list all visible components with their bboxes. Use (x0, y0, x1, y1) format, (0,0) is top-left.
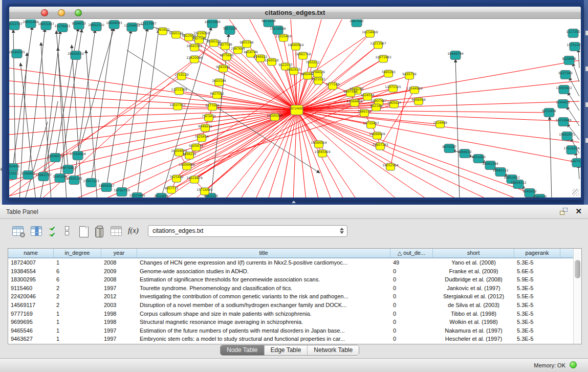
table-cell[interactable]: 9699695 (8, 318, 54, 326)
table-cell[interactable]: 5.9E-5 (514, 275, 560, 284)
table-cell[interactable]: 2008 (101, 258, 137, 267)
column-header-pagerank[interactable]: pagerank (514, 249, 560, 257)
table-cell[interactable]: Estimation of significance thresholds fo… (137, 275, 390, 284)
network-canvas[interactable]: 2055378720691406100552871527602191049132… (9, 19, 581, 198)
column-header-out_de[interactable]: △ out_de... (390, 249, 433, 257)
scrollbar-thumb[interactable] (575, 260, 580, 278)
table-row[interactable]: 1830029562008Estimation of significance … (8, 275, 573, 284)
table-cell[interactable]: 19384554 (8, 267, 54, 276)
table-cell[interactable]: 0 (390, 310, 433, 318)
table-cell[interactable]: 0 (390, 275, 433, 284)
table-cell[interactable]: 0 (390, 335, 433, 343)
table-cell[interactable]: 49 (390, 258, 433, 267)
table-cell[interactable]: 1 (54, 335, 101, 343)
table-cell[interactable]: 5.3E-5 (514, 284, 560, 293)
table-cell[interactable]: 14569117 (8, 301, 54, 310)
table-row[interactable]: 911546021997Tourette syndrome. Phenomeno… (8, 284, 573, 293)
collapse-left-arrow-icon[interactable] (0, 167, 2, 171)
table-cell[interactable]: 5.6E-5 (514, 267, 560, 276)
network-selector[interactable]: citations_edges.txt (148, 225, 347, 237)
table-cell[interactable]: 1997 (101, 335, 137, 343)
table-cell[interactable]: 2 (54, 284, 101, 293)
table-cell[interactable]: Corpus callosum shape and size in male p… (137, 310, 390, 318)
row-options-icon[interactable] (65, 226, 78, 239)
table-cell[interactable]: 5.3E-5 (514, 310, 560, 318)
vertical-scrollbar[interactable] (573, 249, 581, 344)
table-cell[interactable]: Changes of HCN gene expression and I(f) … (137, 258, 390, 267)
float-panel-icon[interactable] (560, 208, 568, 215)
table-cell[interactable]: 0 (390, 301, 433, 310)
table-cell[interactable]: Yano et al. (2008) (433, 258, 514, 267)
table-cell[interactable]: 5.3E-5 (514, 258, 560, 267)
table-cell[interactable]: 5.5E-5 (514, 292, 560, 301)
table-cell[interactable]: 0 (390, 284, 433, 293)
table-cell[interactable]: Nakamura et al. (1997) (433, 326, 514, 335)
column-header-title[interactable]: title (137, 249, 390, 257)
table-cell[interactable]: 9777169 (8, 310, 54, 318)
tab-node-table[interactable]: Node Table (221, 345, 265, 355)
table-cell[interactable]: 2012 (101, 292, 137, 301)
table-cell[interactable]: Franke et al. (2009) (433, 267, 514, 276)
table-cell[interactable]: 1997 (101, 326, 137, 335)
window-titlebar[interactable]: citations_edges.txt (9, 7, 581, 19)
table-row[interactable]: 946554611997Estimation of the future num… (8, 326, 573, 335)
panel-splitter-handle[interactable] (292, 201, 296, 203)
table-cell[interactable]: 1 (54, 310, 101, 318)
table-cell[interactable]: 18300295 (8, 275, 54, 284)
table-cell[interactable]: 9115460 (8, 284, 54, 293)
table-cell[interactable]: 2009 (101, 267, 137, 276)
close-panel-icon[interactable]: ✕ (575, 207, 582, 216)
table-cell[interactable]: 5.3E-5 (514, 318, 560, 326)
column-header-year[interactable]: year (101, 249, 137, 257)
table-cell[interactable]: 0 (390, 318, 433, 326)
table-cell[interactable]: Dudbridge et al. (2008) (433, 275, 514, 284)
table-cell[interactable]: Structural magnetic resonance image aver… (137, 318, 390, 326)
table-cell[interactable]: 9465546 (8, 326, 54, 335)
table-cell[interactable]: Investigating the contribution of common… (137, 292, 390, 301)
table-cell[interactable]: 9463627 (8, 335, 54, 343)
table-cell[interactable]: 1997 (101, 284, 137, 293)
table-row[interactable]: 1872400712008Changes of HCN gene express… (8, 258, 573, 267)
tab-network-table[interactable]: Network Table (308, 345, 359, 355)
window-resize-handle[interactable] (572, 189, 579, 196)
table-cell[interactable]: 2 (54, 292, 101, 301)
column-header-short[interactable]: short (433, 249, 514, 257)
table-row[interactable]: 977716911998Corpus callosum shape and si… (8, 310, 573, 318)
column-header-name[interactable]: name (8, 249, 54, 257)
table-cell[interactable]: Tibbo et al. (1998) (433, 310, 514, 318)
function-builder-icon[interactable]: f(x) (128, 226, 141, 239)
delete-column-icon[interactable] (95, 226, 108, 239)
table-cell[interactable]: 5.3E-5 (514, 335, 560, 343)
table-cell[interactable]: 6 (54, 275, 101, 284)
table-cell[interactable]: 0 (390, 292, 433, 301)
table-cell[interactable]: 6 (54, 267, 101, 276)
table-row[interactable]: 969969511998Structural magnetic resonanc… (8, 318, 573, 326)
table-cell[interactable]: 0 (390, 326, 433, 335)
table-cell[interactable]: 1 (54, 318, 101, 326)
table-cell[interactable]: 18724007 (8, 258, 54, 267)
table-cell[interactable]: de Silva et al. (2003) (433, 301, 514, 310)
table-cell[interactable]: 22420046 (8, 292, 54, 301)
table-cell[interactable]: 1998 (101, 310, 137, 318)
table-mode-icon[interactable] (12, 226, 26, 239)
network-view-window[interactable]: citations_edges.txt 20553787206914061005… (7, 4, 583, 200)
table-cell[interactable]: Hescheler et al. (1997) (433, 335, 514, 343)
table-cell[interactable]: Jankovic et al. (1997) (433, 284, 514, 293)
table-cell[interactable]: 2008 (101, 275, 137, 284)
table-cell[interactable]: 1998 (101, 318, 137, 326)
select-columns-icon[interactable]: ▫✔▫✔ (49, 226, 62, 239)
table-cell[interactable]: 5.3E-5 (514, 326, 560, 335)
table-row[interactable]: 1938455462009Genome-wide association stu… (8, 267, 573, 276)
table-row[interactable]: 946362711997Embryonic stem cells: a mode… (8, 335, 573, 343)
table-cell[interactable]: Genome-wide association studies in ADHD. (137, 267, 390, 276)
table-row[interactable]: 1456911722003Disruption of a novel membe… (8, 301, 573, 310)
table-cell[interactable]: Stergiakouli et al. (2012) (433, 292, 514, 301)
table-cell[interactable]: 1 (54, 258, 101, 267)
table-cell[interactable]: 2 (54, 301, 101, 310)
column-header-in_degree[interactable]: in_degree (54, 249, 101, 257)
table-cell[interactable]: 5.3E-5 (514, 301, 560, 310)
show-columns-icon[interactable] (31, 226, 44, 239)
table-cell[interactable]: Estimation of the future numbers of pati… (137, 326, 390, 335)
table-cell[interactable]: 0 (390, 267, 433, 276)
tab-edge-table[interactable]: Edge Table (265, 345, 308, 355)
